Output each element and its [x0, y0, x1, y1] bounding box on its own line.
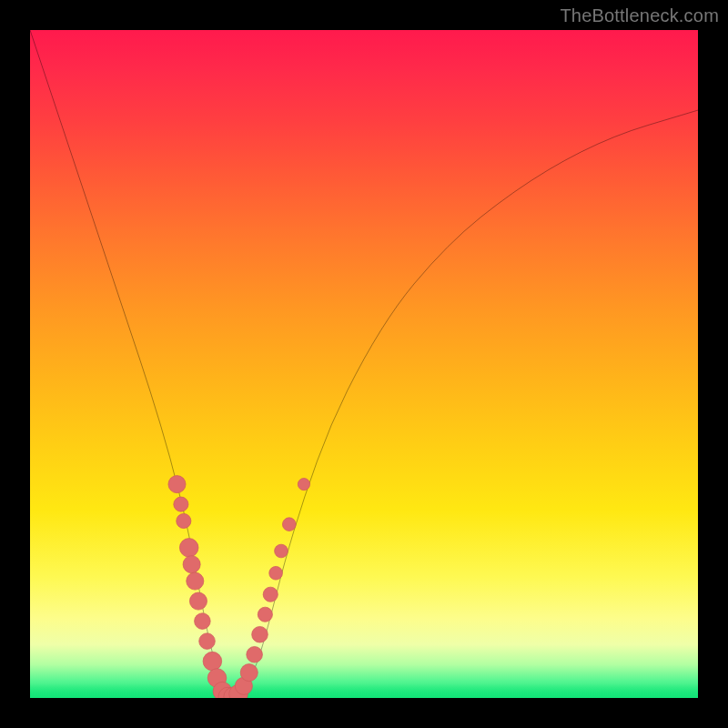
sample-point — [282, 518, 296, 531]
plot-area — [30, 30, 698, 698]
sample-point — [247, 646, 263, 662]
sample-point — [298, 479, 309, 490]
sample-point — [258, 607, 272, 622]
sample-point — [177, 513, 191, 528]
sample-point — [189, 592, 207, 610]
sample-point — [263, 587, 278, 602]
sample-point — [183, 556, 200, 573]
sample-point — [187, 572, 204, 590]
sample-point — [199, 633, 216, 650]
sample-point — [203, 652, 222, 671]
sample-point — [269, 566, 283, 580]
sample-point — [240, 664, 258, 682]
watermark-text: TheBottleneck.com — [560, 5, 719, 26]
chart-frame: TheBottleneck.com — [0, 0, 728, 728]
bottleneck-curve-path — [30, 30, 698, 696]
curve-group — [30, 30, 698, 696]
sample-point — [275, 544, 288, 558]
sample-point — [195, 613, 211, 630]
sample-point — [252, 626, 268, 642]
sample-point — [174, 497, 188, 511]
sample-points-group — [168, 476, 310, 698]
chart-svg — [30, 30, 698, 698]
sample-point — [168, 476, 186, 493]
sample-point — [179, 539, 198, 558]
